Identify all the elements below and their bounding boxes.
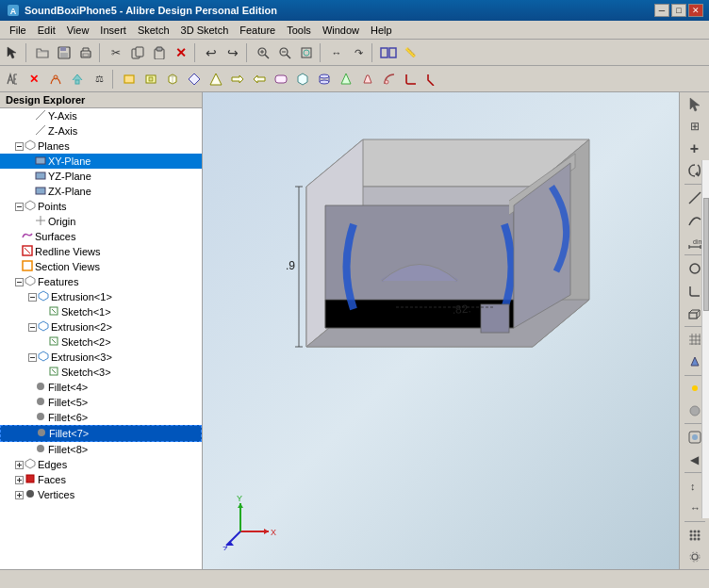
tree-item-fillet4[interactable]: Fillet<4> bbox=[0, 380, 202, 395]
expand-btn-extrusion1[interactable] bbox=[26, 291, 38, 302]
tb3-sweep[interactable] bbox=[379, 69, 400, 90]
tree-label-vertices: Vertices bbox=[38, 489, 74, 500]
tree-item-fillet6[interactable]: Fillet<6> bbox=[0, 410, 202, 425]
toolbar-btn-save[interactable] bbox=[54, 42, 74, 63]
3d-viewport[interactable]: .9 .82. X Y Z bbox=[203, 92, 679, 569]
tree-item-sketch2[interactable]: Sketch<2> bbox=[0, 335, 202, 350]
tree-item-extrusion2[interactable]: Extrusion<2> bbox=[0, 319, 202, 335]
toolbar-separator-5 bbox=[320, 43, 323, 62]
tb3-loft[interactable] bbox=[357, 69, 378, 90]
menu-item-feature[interactable]: Feature bbox=[234, 23, 281, 38]
toolbar-btn-print[interactable] bbox=[75, 42, 96, 63]
toolbar-btn-rotate[interactable]: ↷ bbox=[348, 42, 369, 63]
toolbar-btn-open[interactable] bbox=[32, 42, 53, 63]
menu-item-3dsketch[interactable]: 3D Sketch bbox=[175, 23, 235, 38]
tree-item-fillet5[interactable]: Fillet<5> bbox=[0, 395, 202, 410]
menu-item-file[interactable]: File bbox=[4, 23, 32, 38]
tb3-box[interactable] bbox=[162, 69, 183, 90]
rt-btn-settings[interactable] bbox=[683, 547, 707, 567]
tree-item-faces[interactable]: Faces bbox=[0, 472, 202, 487]
expand-btn-fillet8 bbox=[26, 444, 35, 455]
maximize-button[interactable]: □ bbox=[671, 4, 686, 17]
tree-item-sketch3[interactable]: Sketch<3> bbox=[0, 365, 202, 380]
menu-item-edit[interactable]: Edit bbox=[32, 23, 61, 38]
tree-item-extrusion3[interactable]: Extrusion<3> bbox=[0, 350, 202, 365]
tb3-chamfer[interactable] bbox=[422, 69, 443, 90]
toolbar-btn-measure[interactable]: 📏 bbox=[400, 42, 420, 63]
tb3-rect2[interactable] bbox=[140, 69, 161, 90]
close-button[interactable]: ✕ bbox=[688, 4, 703, 17]
toolbar-btn-select[interactable] bbox=[378, 42, 399, 63]
tree-item-z-axis[interactable]: Z-Axis bbox=[0, 123, 202, 139]
tree-item-features[interactable]: Features bbox=[0, 274, 202, 289]
rt-btn-zoom-all[interactable]: ⊞ bbox=[683, 117, 707, 138]
tb3-rect[interactable] bbox=[119, 69, 140, 90]
menu-item-insert[interactable]: Insert bbox=[94, 23, 132, 38]
expand-btn-planes[interactable] bbox=[13, 140, 25, 152]
tb3-triangle[interactable] bbox=[206, 69, 226, 90]
rt-btn-dots-grid[interactable] bbox=[683, 525, 707, 546]
toolbar-btn-zoom-in[interactable] bbox=[253, 42, 273, 63]
expand-btn-extrusion2[interactable] bbox=[26, 321, 38, 333]
tb3-hexagon[interactable] bbox=[292, 69, 313, 90]
menu-item-help[interactable]: Help bbox=[365, 23, 398, 38]
tb2-btn-sketch[interactable] bbox=[45, 69, 66, 90]
tree-item-points[interactable]: Points bbox=[0, 199, 202, 214]
tb3-fillet[interactable] bbox=[401, 69, 421, 90]
tree-item-surfaces[interactable]: Surfaces bbox=[0, 229, 202, 244]
tree-item-sketch1[interactable]: Sketch<1> bbox=[0, 304, 202, 319]
expand-btn-points[interactable] bbox=[13, 201, 25, 212]
tree-item-extrusion1[interactable]: Extrusion<1> bbox=[0, 289, 202, 304]
tb3-diamond[interactable] bbox=[184, 69, 205, 90]
toolbar-btn-zoom-out[interactable] bbox=[274, 42, 295, 63]
toolbar-btn-pan[interactable]: ↔ bbox=[326, 42, 347, 63]
expand-btn-section-views bbox=[13, 261, 22, 272]
rt-btn-plus[interactable]: + bbox=[683, 139, 707, 159]
expand-btn-faces[interactable] bbox=[13, 474, 25, 485]
tree-item-redline-views[interactable]: Redline Views bbox=[0, 244, 202, 259]
expand-btn-extrusion3[interactable] bbox=[26, 351, 38, 363]
window-title: SoundBoxiPhone5 - Alibre Design Personal… bbox=[25, 5, 654, 16]
tree-item-edges[interactable]: Edges bbox=[0, 457, 202, 472]
tree-item-planes[interactable]: Planes bbox=[0, 139, 202, 154]
tree-item-vertices[interactable]: Vertices bbox=[0, 487, 202, 502]
tree-item-y-axis[interactable]: Y-Axis bbox=[0, 108, 202, 123]
menu-item-view[interactable]: View bbox=[61, 23, 95, 38]
tb3-arrow-l[interactable] bbox=[249, 69, 270, 90]
tb3-cylinder[interactable] bbox=[314, 69, 335, 90]
tree-area[interactable]: Y-AxisZ-AxisPlanesXY-PlaneYZ-PlaneZX-Pla… bbox=[0, 108, 202, 569]
tree-item-origin[interactable]: Origin bbox=[0, 214, 202, 229]
tree-item-section-views[interactable]: Section Views bbox=[0, 259, 202, 274]
tree-item-fillet8[interactable]: Fillet<8> bbox=[0, 442, 202, 457]
toolbar-btn-zoom-fit[interactable] bbox=[296, 42, 317, 63]
tree-item-yz-plane[interactable]: YZ-Plane bbox=[0, 169, 202, 184]
toolbar-btn-cursor[interactable] bbox=[2, 42, 23, 63]
expand-btn-sketch1 bbox=[40, 306, 48, 318]
toolbar-btn-copy[interactable] bbox=[127, 42, 148, 63]
toolbar-btn-undo[interactable]: ↩ bbox=[201, 42, 222, 63]
tb2-btn-1[interactable] bbox=[2, 69, 23, 90]
expand-btn-vertices[interactable] bbox=[13, 489, 25, 500]
tb3-arrow-r[interactable] bbox=[227, 69, 248, 90]
tb2-btn-cancel[interactable]: ✕ bbox=[24, 69, 44, 90]
tb3-rounded-rect[interactable] bbox=[271, 69, 291, 90]
expand-btn-edges[interactable] bbox=[13, 459, 25, 470]
tb3-cone[interactable] bbox=[336, 69, 356, 90]
menu-item-sketch[interactable]: Sketch bbox=[132, 23, 175, 38]
expand-btn-surfaces bbox=[13, 231, 22, 242]
tb2-btn-4[interactable] bbox=[67, 69, 88, 90]
minimize-button[interactable]: ─ bbox=[654, 4, 669, 17]
tree-item-zx-plane[interactable]: ZX-Plane bbox=[0, 184, 202, 199]
toolbar-btn-delete[interactable]: ✕ bbox=[171, 42, 191, 63]
menu-item-tools[interactable]: Tools bbox=[281, 23, 317, 38]
tree-item-xy-plane[interactable]: XY-Plane bbox=[0, 154, 202, 169]
toolbar-btn-cut[interactable]: ✂ bbox=[106, 42, 126, 63]
axis-indicator-svg: X Y Z bbox=[222, 494, 278, 550]
tree-item-fillet7[interactable]: Fillet<7> bbox=[0, 425, 202, 442]
expand-btn-features[interactable] bbox=[13, 276, 25, 287]
tb2-btn-5[interactable]: ⚖ bbox=[89, 69, 109, 90]
rt-btn-select[interactable] bbox=[683, 94, 707, 115]
toolbar-btn-paste[interactable] bbox=[149, 42, 170, 63]
toolbar-btn-redo[interactable]: ↪ bbox=[223, 42, 243, 63]
menu-item-window[interactable]: Window bbox=[317, 23, 365, 38]
